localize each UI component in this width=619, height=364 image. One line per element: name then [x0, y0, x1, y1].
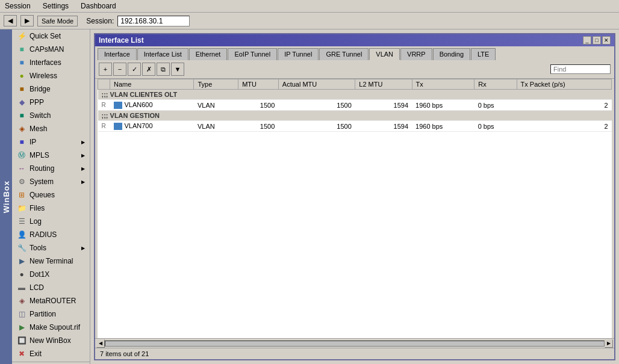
- sidebar-item-partition[interactable]: ◫ Partition: [12, 307, 90, 321]
- maximize-button[interactable]: □: [593, 36, 601, 45]
- sidebar-item-ppp[interactable]: ◆ PPP: [12, 96, 90, 109]
- sidebar-item-bridge[interactable]: ■ Bridge: [12, 82, 90, 96]
- session-ip-input[interactable]: [117, 16, 190, 26]
- dot1x-icon: ●: [17, 270, 26, 279]
- tab-ip-tunnel[interactable]: IP Tunnel: [278, 48, 319, 60]
- tab-bonding[interactable]: Bonding: [433, 48, 470, 60]
- lcd-icon: ▬: [17, 283, 26, 292]
- sidebar-item-dot1x[interactable]: ● Dot1X: [12, 268, 90, 281]
- col-tx-packet[interactable]: Tx Packet (p/s): [517, 79, 611, 90]
- sidebar-item-new-terminal[interactable]: ▶ New Terminal: [12, 254, 90, 268]
- col-rx[interactable]: Rx: [474, 79, 517, 90]
- vlan-icon: [114, 123, 122, 130]
- safe-mode-button[interactable]: Safe Mode: [37, 16, 78, 26]
- menu-bar: Session Settings Dashboard: [0, 0, 619, 13]
- session-label: Session:: [86, 17, 114, 25]
- tools-sub-arrow: ▶: [81, 245, 85, 251]
- sidebar-item-queues[interactable]: ⊞ Queues: [12, 188, 90, 202]
- menu-dashboard[interactable]: Dashboard: [78, 1, 119, 11]
- disable-button[interactable]: ✗: [142, 63, 155, 76]
- tab-interface-list[interactable]: Interface List: [137, 48, 188, 60]
- system-icon: ⚙: [17, 177, 26, 187]
- forward-button[interactable]: ▶: [20, 15, 34, 26]
- tools-icon: 🔧: [17, 243, 26, 253]
- col-mtu[interactable]: MTU: [238, 79, 279, 90]
- wireless-icon: ●: [17, 71, 26, 81]
- col-actual-mtu[interactable]: Actual MTU: [278, 79, 355, 90]
- sidebar-item-capsman[interactable]: ■ CAPsMAN: [12, 43, 90, 56]
- sidebar-label-lcd: LCD: [30, 283, 44, 292]
- switch-icon: ■: [17, 111, 26, 120]
- col-name[interactable]: Name: [110, 79, 194, 90]
- sidebar-label-exit: Exit: [30, 350, 42, 358]
- sidebar-label-system: System: [30, 177, 54, 186]
- filter-button[interactable]: ▼: [171, 63, 184, 76]
- add-button[interactable]: +: [99, 63, 112, 76]
- sidebar-item-radius[interactable]: 👤 RADIUS: [12, 228, 90, 241]
- section-header-row: ;;; VLAN CLIENTES OLT: [98, 90, 612, 100]
- scroll-track[interactable]: [105, 341, 605, 347]
- status-bar: 7 items out of 21: [95, 348, 614, 359]
- back-button[interactable]: ◀: [4, 15, 17, 26]
- sidebar-item-files[interactable]: 📁 Files: [12, 202, 90, 215]
- sidebar-item-lcd[interactable]: ▬ LCD: [12, 281, 90, 294]
- vlan-table: Name Type MTU Actual MTU L2 MTU Tx Rx Tx…: [98, 79, 612, 132]
- tabs-row: Interface Interface List Ethernet EoIP T…: [95, 46, 614, 60]
- close-button[interactable]: ✕: [602, 36, 611, 45]
- tab-interface[interactable]: Interface: [98, 48, 137, 60]
- minimize-button[interactable]: _: [583, 36, 591, 45]
- scroll-right-button[interactable]: ▶: [605, 339, 613, 348]
- ppp-icon: ◆: [17, 97, 26, 107]
- sidebar-item-mesh[interactable]: ◈ Mesh: [12, 122, 90, 135]
- col-tx[interactable]: Tx: [412, 79, 474, 90]
- sidebar-label-quick-set: Quick Set: [30, 32, 61, 40]
- menu-session[interactable]: Session: [2, 1, 33, 11]
- copy-button[interactable]: ⧉: [157, 63, 170, 76]
- tab-lte[interactable]: LTE: [471, 48, 496, 60]
- sidebar-item-new-winbox[interactable]: 🔲 New WinBox: [12, 334, 90, 347]
- scroll-left-button[interactable]: ◀: [96, 339, 105, 348]
- tab-vrrp[interactable]: VRRP: [400, 48, 432, 60]
- section-header-row: ;;; VLAN GESTION: [98, 111, 612, 121]
- tab-vlan[interactable]: VLAN: [369, 48, 400, 60]
- sidebar-item-mpls[interactable]: Ⓜ MPLS ▶: [12, 149, 90, 162]
- col-type[interactable]: Type: [194, 79, 238, 90]
- sidebar-item-log[interactable]: ☰ Log: [12, 215, 90, 228]
- table-row[interactable]: R VLAN700VLAN1500150015941960 bps0 bps2: [98, 121, 612, 132]
- enable-button[interactable]: ✓: [128, 63, 141, 76]
- col-l2-mtu[interactable]: L2 MTU: [355, 79, 412, 90]
- sidebar-item-switch[interactable]: ■ Switch: [12, 109, 90, 122]
- window-titlebar: Interface List _ □ ✕: [95, 34, 614, 46]
- col-flag[interactable]: [98, 79, 110, 90]
- exit-icon: ✖: [17, 349, 26, 359]
- remove-button[interactable]: −: [113, 63, 126, 76]
- sidebar-item-wireless[interactable]: ● Wireless: [12, 69, 90, 82]
- sidebar-item-ip[interactable]: ■ IP ▶: [12, 135, 90, 149]
- search-input[interactable]: [550, 64, 611, 74]
- sidebar: ⚡ Quick Set ■ CAPsMAN ■ Interfaces ● Wir…: [12, 29, 90, 364]
- ip-sub-arrow: ▶: [81, 140, 85, 145]
- mpls-icon: Ⓜ: [17, 150, 26, 160]
- sidebar-label-files: Files: [30, 204, 45, 212]
- table-row[interactable]: R VLAN600VLAN1500150015941960 bps0 bps2: [98, 100, 612, 111]
- sidebar-item-quick-set[interactable]: ⚡ Quick Set: [12, 29, 90, 43]
- sidebar-label-ip: IP: [30, 138, 36, 146]
- sidebar-label-dot1x: Dot1X: [30, 270, 49, 279]
- status-text: 7 items out of 21: [100, 350, 149, 357]
- radius-icon: 👤: [17, 230, 26, 239]
- sidebar-item-interfaces[interactable]: ■ Interfaces: [12, 56, 90, 69]
- sidebar-item-metarouter[interactable]: ◈ MetaROUTER: [12, 294, 90, 307]
- menu-settings[interactable]: Settings: [40, 1, 71, 11]
- horizontal-scrollbar[interactable]: ◀ ▶: [95, 338, 614, 348]
- toolbar: ◀ ▶ Safe Mode Session:: [0, 13, 619, 29]
- sidebar-item-tools[interactable]: 🔧 Tools ▶: [12, 241, 90, 254]
- tab-gre-tunnel[interactable]: GRE Tunnel: [319, 48, 369, 60]
- tab-eoip-tunnel[interactable]: EoIP Tunnel: [228, 48, 277, 60]
- tab-ethernet[interactable]: Ethernet: [189, 48, 228, 60]
- sidebar-item-exit[interactable]: ✖ Exit: [12, 347, 90, 360]
- sidebar-item-routing[interactable]: ↔ Routing ▶: [12, 162, 90, 175]
- make-supout-icon: ▶: [17, 322, 26, 332]
- sidebar-item-make-supout[interactable]: ▶ Make Supout.rif: [12, 321, 90, 334]
- files-icon: 📁: [17, 203, 26, 213]
- sidebar-item-system[interactable]: ⚙ System ▶: [12, 175, 90, 188]
